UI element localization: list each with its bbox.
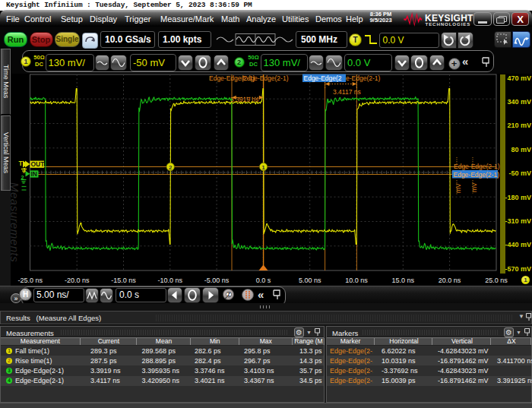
svg-text:mV: mV: [454, 183, 462, 193]
svg-text:Edge-Edge(2-1): Edge-Edge(2-1): [454, 163, 500, 170]
svg-text:IN: IN: [31, 170, 38, 178]
svg-text:e-Edge(2-1): e-Edge(2-1): [346, 74, 381, 82]
svg-text:Edge-Edge(2: Edge-Edge(2: [304, 74, 342, 82]
svg-text:2: 2: [169, 164, 173, 171]
svg-text:mV: mV: [470, 182, 478, 192]
svg-text:Edge-Edge(2-1): Edge-Edge(2-1): [242, 74, 289, 82]
svg-text:3.4117 ns: 3.4117 ns: [333, 88, 361, 96]
svg-text:Z: Z: [227, 292, 230, 297]
svg-text:OUT: OUT: [31, 160, 46, 168]
svg-text:Edge-Edge(2-1): Edge-Edge(2-1): [454, 171, 500, 179]
svg-text:3.3919 ns: 3.3919 ns: [230, 96, 258, 103]
svg-text:1: 1: [261, 164, 265, 171]
